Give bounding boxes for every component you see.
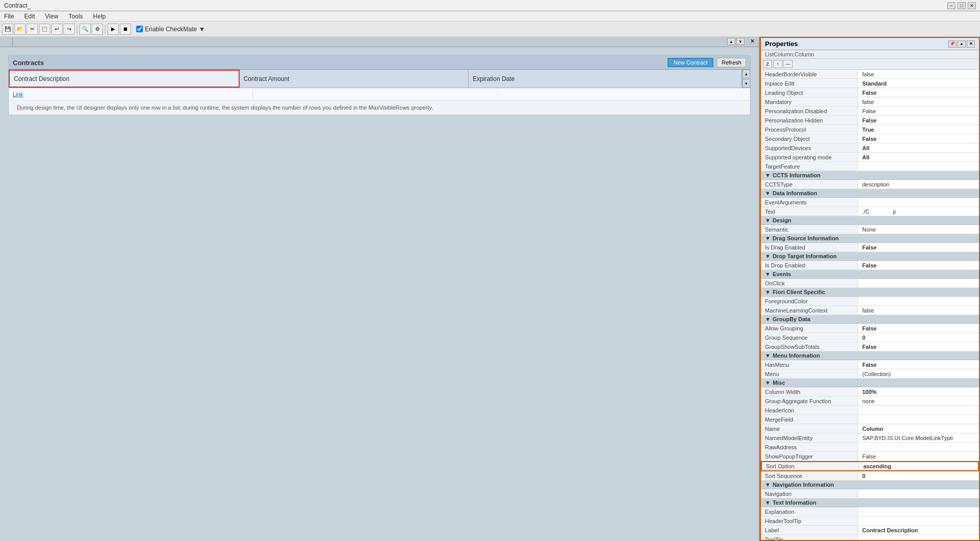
menu-view[interactable]: View: [43, 13, 60, 20]
prop-value-secondaryobject[interactable]: False: [858, 134, 979, 143]
prop-value-mergefield[interactable]: [858, 415, 979, 424]
prop-name-groupagg: Group Aggregate Function: [761, 397, 858, 405]
prop-value-supporteddevices[interactable]: All: [858, 143, 979, 152]
table-cell-amount: [253, 93, 497, 95]
prop-value-mlcontext[interactable]: false: [858, 306, 979, 315]
prop-value-leadingobject[interactable]: False: [858, 88, 979, 97]
maximize-button[interactable]: □: [957, 2, 966, 9]
col-header-expiration[interactable]: Expiration Date: [468, 70, 742, 88]
prop-value-groupsequence[interactable]: 0: [858, 333, 979, 342]
contracts-section: Contracts New Contract Refresh Contract …: [8, 55, 751, 115]
prop-value-foregroundcolor[interactable]: [858, 297, 979, 305]
prop-value-headerbordervisible[interactable]: false: [858, 70, 979, 78]
toolbar-btn-4[interactable]: 📋: [39, 24, 50, 35]
section-data[interactable]: ▼ Data Information: [761, 189, 979, 198]
toolbar-btn-9[interactable]: ▶: [108, 24, 119, 35]
toolbar-btn-10[interactable]: ⏹: [120, 24, 131, 35]
scroll-down-arrow[interactable]: ▼: [742, 79, 750, 88]
prop-value-targetfeature[interactable]: [858, 162, 979, 171]
scroll-up-arrow[interactable]: ▲: [742, 70, 750, 78]
tab-close-button[interactable]: ✕: [750, 38, 755, 45]
prop-value-label[interactable]: Contract Description: [858, 526, 979, 534]
toolbar-btn-6[interactable]: ↪: [63, 24, 75, 35]
section-design-arrow: ▼: [765, 217, 771, 223]
prop-value-hasmenu[interactable]: False: [858, 360, 979, 369]
prop-value-eventargs[interactable]: [858, 198, 979, 206]
prop-value-navigation[interactable]: [858, 489, 979, 498]
prop-value-name[interactable]: Column: [858, 424, 979, 433]
toolbar-btn-7[interactable]: 🔍: [79, 24, 91, 35]
prop-name-columnwidth: Column Width: [761, 387, 858, 396]
col-header-description[interactable]: Contract Description: [9, 70, 240, 88]
prop-value-sortsequence[interactable]: 0: [858, 471, 979, 480]
properties-title: Properties: [765, 40, 798, 48]
prop-value-cctstype[interactable]: description: [858, 180, 979, 189]
prop-value-rawaddress[interactable]: [858, 443, 979, 451]
new-contract-button[interactable]: New Contract: [668, 58, 713, 67]
section-misc[interactable]: ▼ Misc: [761, 379, 979, 387]
prop-value-mandatory[interactable]: false: [858, 97, 979, 106]
prop-value-showpopuptrigger[interactable]: False: [858, 452, 979, 461]
refresh-button[interactable]: Refresh: [717, 58, 746, 67]
toolbar-btn-2[interactable]: 📂: [14, 24, 26, 35]
section-ccts[interactable]: ▼ CCTS Information: [761, 171, 979, 180]
properties-panel: Properties 📌 ▲ ✕ ListColumn:Column Z ↑ —…: [760, 37, 980, 541]
prop-value-onclick[interactable]: [858, 279, 979, 287]
menu-tools[interactable]: Tools: [67, 13, 85, 20]
props-toolbar-btn-3[interactable]: —: [783, 60, 793, 68]
col-header-amount[interactable]: Contract Amount: [240, 70, 469, 88]
prop-value-semantic[interactable]: None: [858, 225, 979, 234]
prop-value-sortoption[interactable]: ascending: [859, 462, 978, 470]
prop-value-tooltip[interactable]: [858, 535, 979, 540]
prop-name-rawaddress: RawAddress: [761, 443, 858, 451]
section-menu[interactable]: ▼ Menu Information: [761, 351, 979, 360]
menu-help[interactable]: Help: [91, 13, 108, 20]
enable-checkmate-checkbox[interactable]: [136, 26, 143, 32]
toolbar-btn-3[interactable]: ✂: [27, 24, 38, 35]
props-toolbar-btn-2[interactable]: ↑: [773, 60, 782, 68]
prop-value-isdropenabled[interactable]: False: [858, 261, 979, 269]
prop-value-isdragenabled[interactable]: False: [858, 243, 979, 252]
section-groupby[interactable]: ▼ GroupBy Data: [761, 315, 979, 324]
prop-value-groupagg[interactable]: none: [858, 397, 979, 405]
prop-value-pershidden[interactable]: False: [858, 116, 979, 124]
prop-value-processprotocol[interactable]: True: [858, 125, 979, 134]
prop-value-supportedopmode[interactable]: All: [858, 153, 979, 161]
section-events[interactable]: ▼ Events: [761, 270, 979, 279]
prop-row-eventargs: EventArguments: [761, 198, 979, 207]
section-fiori[interactable]: ▼ Fiori Client Specific: [761, 288, 979, 297]
tab-main[interactable]: [0, 37, 13, 47]
tab-float-down[interactable]: ▼: [736, 38, 744, 45]
tab-float-up[interactable]: ▲: [727, 38, 735, 45]
section-design[interactable]: ▼ Design: [761, 216, 979, 225]
prop-value-menu[interactable]: (Collection): [858, 369, 979, 378]
prop-value-namedmodelentity[interactable]: SAP.BYD.IS.UI.Core.ModelLinkType: [858, 433, 979, 442]
close-button[interactable]: ✕: [968, 2, 976, 9]
prop-value-persdisabled[interactable]: False: [858, 107, 979, 115]
prop-name-namedmodelentity: NamedModelEntity: [761, 433, 858, 442]
props-toolbar-btn-1[interactable]: Z: [763, 60, 772, 68]
prop-value-explanation[interactable]: [858, 507, 979, 516]
prop-value-columnwidth[interactable]: 100%: [858, 387, 979, 396]
properties-pin-button[interactable]: 📌: [948, 40, 956, 48]
prop-value-headericon[interactable]: [858, 406, 979, 414]
toolbar-btn-5[interactable]: ↩: [51, 24, 62, 35]
prop-value-allowgrouping[interactable]: False: [858, 324, 979, 332]
section-drop[interactable]: ▼ Drop Target Information: [761, 252, 979, 261]
prop-value-groupshowsubtotals[interactable]: False: [858, 342, 979, 351]
section-textinfo[interactable]: ▼ Text Information: [761, 498, 979, 507]
menu-edit[interactable]: Edit: [22, 13, 37, 20]
toolbar-btn-8[interactable]: ⚙: [92, 24, 103, 35]
section-navigation[interactable]: ▼ Navigation Information: [761, 481, 979, 489]
prop-value-inplaceedit[interactable]: Standard: [858, 79, 979, 88]
properties-close-button[interactable]: ✕: [967, 40, 975, 48]
enable-checkmate-dropdown[interactable]: ▼: [199, 26, 205, 33]
properties-float-button[interactable]: ▲: [957, 40, 966, 48]
prop-value-headertooltip[interactable]: [858, 516, 979, 525]
section-drag[interactable]: ▼ Drag Source Information: [761, 234, 979, 243]
description-link[interactable]: Link: [13, 91, 23, 97]
toolbar-btn-1[interactable]: 💾: [2, 24, 13, 35]
menu-file[interactable]: File: [2, 13, 16, 20]
minimize-button[interactable]: –: [947, 2, 955, 9]
prop-value-text[interactable]: ./C p: [858, 207, 979, 216]
